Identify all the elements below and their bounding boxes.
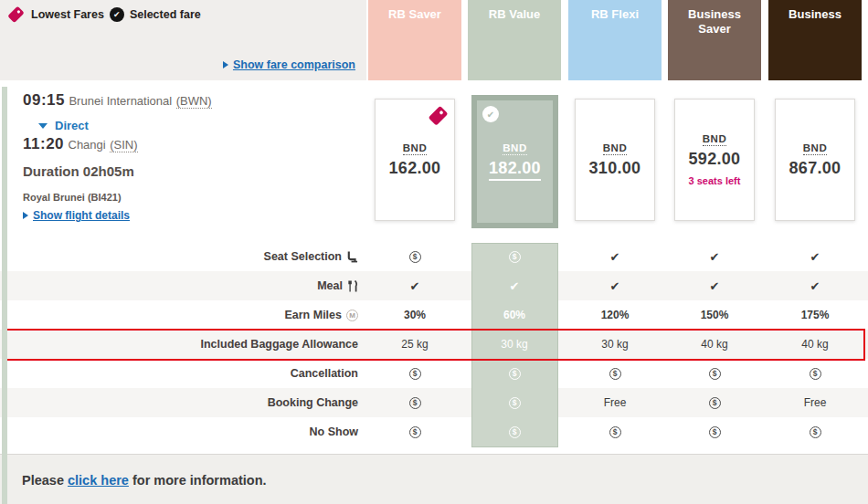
fare-header-label: RB Flexi bbox=[591, 7, 639, 21]
feature-label-text: Cancellation bbox=[291, 367, 358, 380]
fare-header-rb-saver[interactable]: RB Saver bbox=[368, 0, 461, 80]
feature-table: Seat Selection$$✔✔✔Meal✔✔✔✔✔Earn MilesM3… bbox=[0, 242, 868, 446]
arrival-airport-code: (SIN) bbox=[110, 138, 137, 152]
arrival-airport: Changi bbox=[69, 138, 106, 152]
chevron-down-icon bbox=[38, 123, 48, 129]
check-icon: ✔ bbox=[410, 279, 420, 293]
feature-value-text: 30 kg bbox=[601, 338, 628, 351]
fee-icon: $ bbox=[810, 368, 821, 380]
price-card-business-saver[interactable]: BND592.003 seats left bbox=[674, 99, 755, 221]
flight-duration: Duration 02h05m bbox=[23, 163, 134, 179]
price-card-rb-saver[interactable]: BND162.00 bbox=[375, 99, 455, 221]
footer-prefix: Please bbox=[22, 473, 68, 488]
price-currency: BND bbox=[703, 133, 726, 146]
price-amount: 592.00 bbox=[689, 150, 741, 169]
fee-icon: $ bbox=[509, 426, 521, 438]
fee-icon: $ bbox=[810, 426, 821, 438]
fare-header-business-saver[interactable]: Business Saver bbox=[668, 0, 761, 80]
fare-header-label: Business bbox=[789, 7, 842, 21]
fee-icon: $ bbox=[709, 397, 721, 409]
seats-left-note: 3 seats left bbox=[689, 175, 741, 186]
triangle-right-icon bbox=[223, 61, 228, 68]
feature-value-cell: $ bbox=[368, 388, 461, 417]
feature-value-text: 150% bbox=[701, 309, 729, 321]
feature-label: Meal bbox=[0, 271, 365, 300]
price-card-business[interactable]: BND867.00 bbox=[775, 99, 855, 221]
feature-value-cell: $ bbox=[668, 388, 761, 417]
feature-label-text: Seat Selection bbox=[264, 250, 342, 263]
feature-value-cell: ✔ bbox=[768, 242, 862, 271]
fare-header-rb-flexi[interactable]: RB Flexi bbox=[568, 0, 662, 80]
selected-flight-indicator-bar bbox=[2, 87, 7, 504]
feature-value-text: 175% bbox=[801, 309, 830, 321]
feature-value-cell: ✔ bbox=[568, 242, 662, 271]
feature-value-text: 30 kg bbox=[501, 338, 527, 351]
feature-value-cell: $ bbox=[668, 417, 761, 446]
feature-value-cell: $ bbox=[568, 359, 662, 388]
info-footer: Please click here for more information. bbox=[0, 454, 868, 504]
feature-value-cell: 30% bbox=[368, 300, 461, 330]
fee-icon: $ bbox=[509, 251, 521, 263]
feature-value-cell: $ bbox=[368, 417, 461, 446]
stops-label: Direct bbox=[55, 119, 89, 132]
feature-value-text: 40 kg bbox=[801, 338, 828, 351]
feature-value-cell: ✔ bbox=[468, 271, 561, 300]
feature-value-cell: $ bbox=[468, 388, 561, 417]
feature-value-cell: $ bbox=[568, 417, 662, 446]
selected-fare-check-icon: ✔ bbox=[110, 7, 124, 22]
fee-icon: $ bbox=[709, 368, 721, 380]
departure-airport: Brunei International bbox=[69, 94, 172, 108]
stops-indicator[interactable]: Direct bbox=[38, 119, 89, 132]
feature-row: Cancellation$$$$$ bbox=[0, 359, 868, 388]
show-fare-comparison-link[interactable]: Show fare comparison bbox=[223, 58, 355, 71]
feature-value-cell: $ bbox=[768, 359, 862, 388]
feature-value-cell: Free bbox=[568, 388, 662, 417]
feature-label-text: No Show bbox=[310, 425, 358, 438]
price-amount: 867.00 bbox=[789, 159, 842, 178]
show-flight-details-link[interactable]: Show flight details bbox=[23, 209, 130, 222]
fee-icon: $ bbox=[609, 426, 621, 438]
price-currency: BND bbox=[603, 142, 627, 155]
fare-header-label: Business Saver bbox=[688, 7, 741, 36]
duration-value: 02h05m bbox=[83, 163, 134, 179]
feature-value-cell: 120% bbox=[568, 300, 662, 330]
feature-value-cell: Free bbox=[768, 388, 862, 417]
selected-fare-label: Selected fare bbox=[130, 8, 201, 21]
fee-icon: $ bbox=[609, 368, 621, 380]
footer-suffix: for more information. bbox=[129, 473, 267, 488]
feature-row: Earn MilesM30%60%120%150%175% bbox=[0, 300, 868, 330]
feature-value-cell: $ bbox=[368, 242, 461, 271]
departure-time: 09:15 bbox=[23, 91, 65, 109]
show-flight-details-label: Show flight details bbox=[33, 209, 130, 222]
fee-icon: $ bbox=[509, 397, 521, 409]
feature-value-cell: $ bbox=[468, 359, 561, 388]
feature-value-cell: 60% bbox=[468, 300, 561, 330]
lowest-fares-tag-icon bbox=[5, 5, 26, 25]
price-amount: 162.00 bbox=[389, 159, 441, 178]
seat-icon bbox=[346, 250, 358, 263]
departure-line: 09:15 Brunei International (BWN) bbox=[23, 91, 212, 110]
fare-header-rb-value[interactable]: RB Value bbox=[468, 0, 561, 80]
check-icon: ✔ bbox=[710, 250, 720, 264]
feature-value-text: Free bbox=[804, 396, 827, 409]
selected-check-icon: ✔ bbox=[482, 106, 499, 122]
price-amount: 182.00 bbox=[489, 159, 541, 181]
more-info-link[interactable]: click here bbox=[68, 473, 129, 488]
feature-value-cell: ✔ bbox=[368, 271, 461, 300]
price-card-rb-flexi[interactable]: BND310.00 bbox=[575, 99, 655, 221]
lowest-fare-tag-icon bbox=[426, 104, 450, 128]
fare-header-business[interactable]: Business bbox=[768, 0, 862, 80]
feature-value-cell: $ bbox=[368, 359, 461, 388]
feature-row: Included Baggage Allowance25 kg30 kg30 k… bbox=[0, 330, 868, 359]
miles-icon: M bbox=[346, 310, 358, 321]
feature-label: Earn MilesM bbox=[0, 300, 365, 330]
check-icon: ✔ bbox=[610, 250, 620, 264]
arrival-line: 11:20 Changi (SIN) bbox=[23, 135, 138, 153]
feature-value-text: 60% bbox=[503, 309, 525, 321]
feature-value-cell: $ bbox=[468, 417, 561, 446]
feature-label: Cancellation bbox=[0, 359, 365, 388]
feature-value-cell: ✔ bbox=[668, 242, 761, 271]
feature-value-text: 30% bbox=[404, 309, 426, 321]
meal-icon bbox=[347, 280, 358, 292]
price-card-rb-value[interactable]: ✔BND182.00 bbox=[471, 95, 558, 228]
